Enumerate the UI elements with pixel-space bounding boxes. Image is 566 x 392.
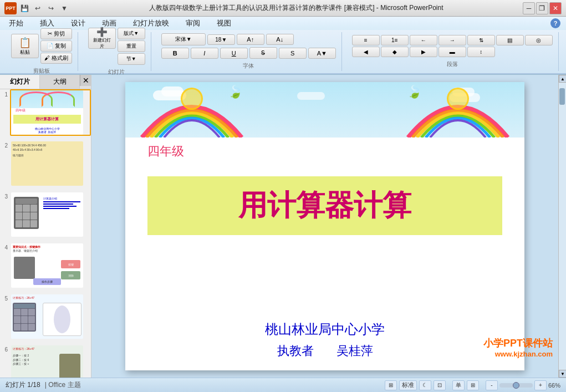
slide-img-5[interactable]: 计算练习：26+47 xyxy=(10,293,91,340)
font-size-dropdown[interactable]: 18▼ xyxy=(207,34,235,45)
slide-canvas-4: 重要知识点：按键操作 显示器、键盘区介绍 按键 清除 操作步骤 xyxy=(11,243,83,288)
slide-number-5: 5 xyxy=(0,296,8,302)
tab-slides[interactable]: 幻灯片 xyxy=(0,75,40,89)
zoom-out-button[interactable]: - xyxy=(486,380,498,390)
slide-thumb-4[interactable]: 4 重要知识点：按键操作 显示器、键盘区介绍 按键 清除 操作步骤 xyxy=(0,242,91,289)
save-button[interactable]: 💾 xyxy=(19,3,30,14)
slide-number-4: 4 xyxy=(0,245,8,251)
grade-label: 四年级 xyxy=(147,143,502,160)
teacher-name: 吴桂萍 xyxy=(336,344,373,358)
slide-thumb-2[interactable]: 2 50+60 100+26 54.4 456.00 40+6 20+4 30+… xyxy=(0,140,91,187)
slide-img-3[interactable]: 计算器介绍 xyxy=(10,191,91,238)
zoom-percent: 66% xyxy=(548,382,560,389)
ribbon-menu-bar: 开始 插入 设计 动画 幻灯片放映 审阅 视图 ? xyxy=(0,17,566,30)
cloud-center xyxy=(297,92,325,100)
view-single-button[interactable]: 单 xyxy=(452,380,465,390)
slide-number-6: 6 xyxy=(0,347,8,353)
layout-button[interactable]: 版式▼ xyxy=(118,28,145,39)
butterfly-left: 🍃 xyxy=(228,85,243,99)
slides-panel[interactable]: 1 四年级 用计算器计算 桃山林业局中心小学 执 xyxy=(0,89,91,378)
strikethrough-button[interactable]: S̶ xyxy=(249,47,277,59)
bold-button[interactable]: B xyxy=(161,48,189,59)
help-button[interactable]: ? xyxy=(550,18,560,28)
align-left[interactable]: ◀ xyxy=(352,47,380,57)
main-title: 用计算器计算 xyxy=(164,186,486,225)
zoom-slider[interactable] xyxy=(499,383,533,388)
shadow-button[interactable]: S xyxy=(279,48,307,59)
slide-img-2[interactable]: 50+60 100+26 54.4 456.00 40+6 20+4 30+3.… xyxy=(10,140,91,187)
minimize-button[interactable]: ─ xyxy=(523,2,535,14)
section-button[interactable]: 节▼ xyxy=(118,53,145,65)
increase-indent[interactable]: → xyxy=(438,35,466,45)
scroll-track[interactable] xyxy=(559,83,566,370)
scroll-up-arrow[interactable]: ▲ xyxy=(559,75,566,83)
window-title: 人教版四年级数学上册计算工具的认识及用计算器计算的教学课件 [兼容模式] - M… xyxy=(149,3,443,13)
slide-header-decoration: 🍃 🍃 xyxy=(125,82,524,138)
title-bar-left: PPT 💾 ↩ ↪ ▼ xyxy=(4,2,70,14)
zoom-thumb[interactable] xyxy=(513,382,519,389)
align-text[interactable]: ▤ xyxy=(496,35,524,45)
tab-insert[interactable]: 插入 xyxy=(37,17,58,29)
slide-thumb-3[interactable]: 3 xyxy=(0,191,91,238)
font-size-down[interactable]: A↓ xyxy=(266,34,294,45)
tab-outline[interactable]: 大纲 xyxy=(40,75,80,89)
tab-review[interactable]: 审阅 xyxy=(182,17,203,29)
slide-content-body: 四年级 用计算器计算 桃山林业局中心小学 执教者 吴桂萍 xyxy=(125,138,524,370)
close-button[interactable]: ✕ xyxy=(549,2,562,14)
cut-button[interactable]: ✂ 剪切 xyxy=(40,28,72,39)
sidebar-close-button[interactable]: ✕ xyxy=(80,75,91,86)
slide-thumb-6[interactable]: 6 计算练习：26+47 步骤一：按 2 步骤二：按 6 步骤三：按 + xyxy=(0,344,91,378)
decrease-indent[interactable]: ← xyxy=(410,35,437,45)
numbering-button[interactable]: 1≡ xyxy=(381,35,409,45)
slide-number-2: 2 xyxy=(0,142,8,149)
slide-thumb-1[interactable]: 1 四年级 用计算器计算 桃山林业局中心小学 执 xyxy=(0,89,91,136)
undo-button[interactable]: ↩ xyxy=(32,3,43,14)
underline-button[interactable]: U xyxy=(220,48,248,59)
fit-button[interactable]: ⊞ xyxy=(467,380,479,390)
tab-start[interactable]: 开始 xyxy=(6,17,27,29)
quick-access-dropdown[interactable]: ▼ xyxy=(59,3,70,14)
format-painter-button[interactable]: 🖌 格式刷 xyxy=(40,53,72,64)
teacher-info: 执教者 吴桂萍 xyxy=(147,343,502,359)
view-normal-button[interactable]: ⊞ xyxy=(385,380,397,390)
justify[interactable]: ▬ xyxy=(438,47,466,57)
view-slideshow-button[interactable]: ⊡ xyxy=(434,380,446,390)
slide-img-6[interactable]: 计算练习：26+47 步骤一：按 2 步骤二：按 6 步骤三：按 + xyxy=(10,344,91,378)
new-slide-button[interactable]: ➕ 新建幻灯片 xyxy=(88,28,116,49)
slide-number-3: 3 xyxy=(0,194,8,200)
italic-button[interactable]: I xyxy=(191,48,218,59)
line-spacing[interactable]: ↕ xyxy=(467,47,495,57)
align-center[interactable]: ◆ xyxy=(381,47,409,57)
school-info: 桃山林业局中心小学 执教者 吴桂萍 xyxy=(147,320,502,359)
slide-canvas-2: 50+60 100+26 54.4 456.00 40+6 20+4 30+3.… xyxy=(11,141,83,186)
main-slide[interactable]: 🍃 🍃 四年级 用计算器计算 桃山林业局中心小学 执教者 xyxy=(125,82,524,370)
slide-img-4[interactable]: 重要知识点：按键操作 显示器、键盘区介绍 按键 清除 操作步骤 xyxy=(10,242,91,289)
font-size-up[interactable]: A↑ xyxy=(237,34,264,45)
tab-view[interactable]: 视图 xyxy=(213,17,234,29)
font-family-dropdown[interactable]: 宋体▼ xyxy=(161,33,206,45)
font-color-button[interactable]: A▼ xyxy=(308,48,336,59)
scroll-down-arrow[interactable]: ▼ xyxy=(559,370,566,378)
status-bar: 幻灯片 1/18 | Office 主题 ⊞ 标准 ☾ ⊡ 单 ⊞ - + 66… xyxy=(0,378,566,392)
bullets-button[interactable]: ≡ xyxy=(352,35,380,45)
copy-button[interactable]: 📄 复制 xyxy=(40,40,72,52)
view-reading-button[interactable]: ☾ xyxy=(419,380,431,390)
slide-thumb-5[interactable]: 5 计算练习：26+47 xyxy=(0,293,91,340)
status-right: ⊞ 标准 ☾ ⊡ 单 ⊞ - + 66% xyxy=(385,380,560,390)
align-right[interactable]: ▶ xyxy=(410,47,437,57)
ribbon-content: 📋 粘贴 ✂ 剪切 📄 复制 🖌 格式刷 剪贴板 ➕ 新建幻灯片 xyxy=(0,30,566,74)
text-direction[interactable]: ⇅ xyxy=(467,35,495,45)
convert-smartart[interactable]: ◎ xyxy=(525,35,553,45)
paste-button[interactable]: 📋 粘贴 xyxy=(11,34,39,58)
window-controls: ─ ❐ ✕ xyxy=(523,2,562,14)
slide-canvas-3: 计算器介绍 xyxy=(11,192,83,237)
restore-button[interactable]: ❐ xyxy=(536,2,548,14)
theme-name: | Office 主题 xyxy=(45,380,81,390)
redo-button[interactable]: ↪ xyxy=(45,3,57,14)
reset-button[interactable]: 重置 xyxy=(118,40,145,52)
tab-design[interactable]: 设计 xyxy=(68,17,89,29)
scroll-thumb[interactable] xyxy=(559,88,565,105)
slide-img-1[interactable]: 四年级 用计算器计算 桃山林业局中心小学 执教者 吴桂萍 xyxy=(10,89,91,136)
vertical-scrollbar[interactable]: ▲ ▼ xyxy=(558,75,566,378)
zoom-in-button[interactable]: + xyxy=(534,380,547,390)
